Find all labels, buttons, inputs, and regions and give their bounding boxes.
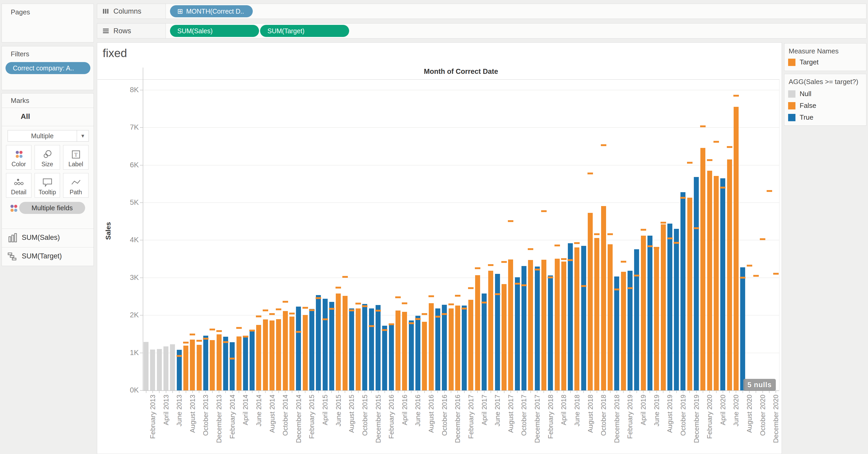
target-gantt-mark[interactable]	[448, 303, 454, 305]
target-gantt-mark[interactable]	[475, 267, 480, 269]
target-gantt-mark[interactable]	[375, 310, 381, 312]
target-gantt-mark[interactable]	[700, 125, 706, 127]
sales-bar[interactable]	[369, 309, 374, 390]
sales-bar[interactable]	[349, 309, 354, 390]
target-gantt-mark[interactable]	[660, 222, 666, 224]
sales-bar[interactable]	[336, 293, 341, 390]
sales-bar[interactable]	[528, 260, 533, 390]
target-gantt-mark[interactable]	[362, 305, 368, 307]
target-gantt-mark[interactable]	[322, 318, 328, 320]
target-gantt-mark[interactable]	[369, 325, 374, 327]
sales-bar[interactable]	[230, 342, 235, 390]
sales-bar[interactable]	[555, 259, 560, 390]
sales-bar[interactable]	[575, 248, 579, 390]
target-gantt-mark[interactable]	[455, 295, 461, 297]
target-gantt-mark[interactable]	[594, 233, 599, 235]
target-gantt-mark[interactable]	[395, 296, 401, 298]
sales-bar[interactable]	[263, 319, 268, 390]
sales-bar[interactable]	[329, 302, 334, 390]
target-gantt-mark[interactable]	[574, 242, 580, 244]
sales-bar[interactable]	[734, 107, 739, 390]
sales-bar[interactable]	[316, 295, 321, 390]
target-gantt-mark[interactable]	[528, 248, 533, 250]
sales-bar[interactable]	[190, 339, 195, 390]
target-gantt-mark[interactable]	[329, 308, 335, 310]
target-gantt-mark[interactable]	[382, 329, 388, 331]
target-gantt-mark[interactable]	[316, 297, 321, 299]
target-gantt-mark[interactable]	[402, 302, 407, 304]
target-gantt-mark[interactable]	[740, 277, 745, 279]
sales-bar[interactable]	[270, 321, 275, 390]
target-gantt-mark[interactable]	[243, 336, 248, 337]
target-gantt-mark[interactable]	[269, 313, 275, 315]
target-gantt-mark[interactable]	[216, 330, 222, 332]
sales-bar[interactable]	[668, 224, 672, 390]
target-gantt-mark[interactable]	[561, 258, 566, 260]
sales-bar[interactable]	[402, 312, 407, 390]
target-gantt-mark[interactable]	[249, 330, 255, 331]
sales-bar[interactable]	[303, 315, 308, 390]
sales-bar[interactable]	[455, 305, 460, 390]
sales-bar[interactable]	[608, 244, 613, 390]
sales-bar[interactable]	[362, 304, 367, 390]
target-gantt-mark[interactable]	[210, 329, 215, 330]
sales-bar[interactable]	[727, 159, 732, 390]
sales-bar[interactable]	[535, 266, 540, 390]
sales-bar[interactable]	[601, 206, 606, 390]
sales-bar[interactable]	[442, 305, 447, 390]
sales-bar[interactable]	[714, 176, 719, 390]
target-gantt-mark[interactable]	[309, 309, 315, 311]
sales-bar[interactable]	[614, 277, 619, 390]
target-gantt-mark[interactable]	[389, 323, 394, 325]
sales-bar[interactable]	[648, 236, 652, 390]
target-gantt-mark[interactable]	[263, 310, 268, 311]
target-gantt-mark[interactable]	[462, 307, 467, 310]
sales-bar[interactable]	[641, 236, 646, 390]
sales-bar[interactable]	[488, 271, 493, 390]
sales-bar[interactable]	[396, 311, 401, 390]
sales-bar[interactable]	[237, 336, 242, 390]
sales-bar[interactable]	[429, 303, 434, 390]
sales-bar[interactable]	[276, 319, 281, 390]
target-gantt-mark[interactable]	[541, 210, 547, 212]
target-gantt-mark[interactable]	[654, 247, 659, 249]
target-gantt-mark[interactable]	[713, 141, 719, 143]
sales-bar[interactable]	[309, 309, 314, 390]
sales-bar[interactable]	[250, 330, 255, 390]
sales-bar[interactable]	[707, 171, 712, 390]
target-gantt-mark[interactable]	[687, 162, 692, 164]
sales-bar[interactable]	[468, 300, 473, 390]
target-gantt-mark[interactable]	[435, 316, 440, 318]
target-gantt-mark[interactable]	[567, 259, 573, 261]
target-gantt-mark[interactable]	[183, 342, 189, 344]
sales-bar[interactable]	[621, 272, 626, 390]
target-gantt-mark[interactable]	[707, 159, 712, 161]
sales-bar[interactable]	[515, 277, 520, 390]
target-gantt-mark[interactable]	[627, 287, 633, 289]
target-gantt-mark[interactable]	[342, 276, 348, 278]
sales-bar[interactable]	[634, 249, 639, 390]
target-gantt-mark[interactable]	[601, 144, 606, 146]
sales-bar[interactable]	[581, 246, 586, 390]
target-gantt-mark[interactable]	[581, 285, 586, 287]
target-gantt-mark[interactable]	[203, 338, 209, 339]
target-gantt-mark[interactable]	[667, 237, 673, 239]
target-gantt-mark[interactable]	[641, 229, 646, 231]
sales-bar[interactable]	[163, 346, 168, 390]
target-gantt-mark[interactable]	[488, 264, 493, 266]
sales-bar[interactable]	[654, 249, 659, 390]
target-gantt-mark[interactable]	[236, 327, 242, 329]
sales-bar[interactable]	[541, 260, 546, 390]
sales-bar[interactable]	[502, 284, 506, 390]
sales-bar[interactable]	[343, 296, 347, 390]
sales-bar[interactable]	[548, 275, 553, 390]
sales-bar[interactable]	[701, 148, 705, 390]
target-gantt-mark[interactable]	[674, 242, 679, 244]
sales-bar[interactable]	[203, 336, 208, 390]
target-gantt-mark[interactable]	[415, 318, 421, 320]
target-gantt-mark[interactable]	[223, 341, 228, 343]
sales-bar[interactable]	[674, 229, 679, 390]
target-gantt-mark[interactable]	[276, 309, 281, 310]
target-gantt-mark[interactable]	[521, 284, 527, 286]
sales-bar[interactable]	[740, 267, 745, 390]
